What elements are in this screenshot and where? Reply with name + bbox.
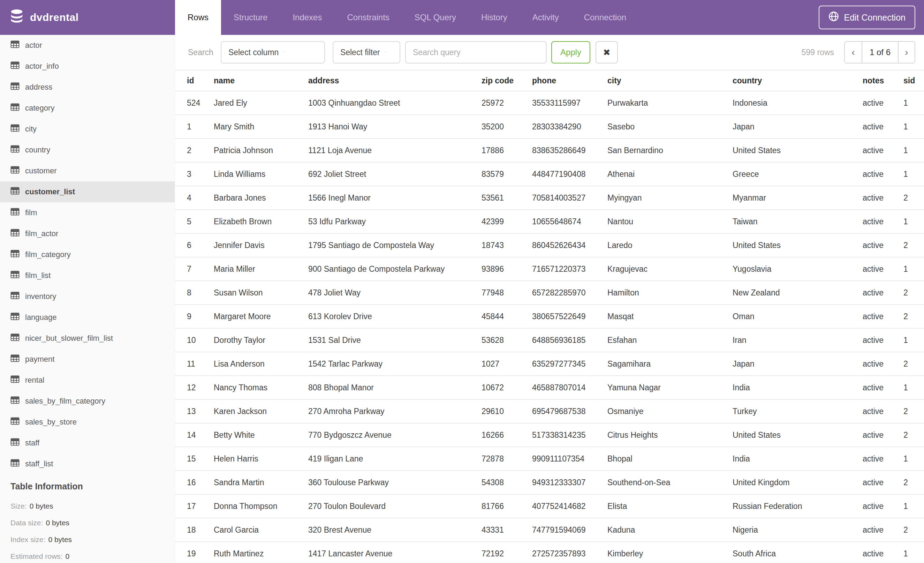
sidebar-table-label: category <box>25 104 54 113</box>
sidebar-table-item[interactable]: film_category <box>0 244 175 265</box>
cell-zip-code: 35200 <box>482 115 532 138</box>
table-row[interactable]: 9 Margaret Moore 613 Korolev Drive 45844… <box>175 305 924 328</box>
cell-phone: 272572357893 <box>532 542 608 563</box>
table-row[interactable]: 16 Sandra Martin 360 Toulouse Parkway 54… <box>175 471 924 494</box>
sidebar-table-item[interactable]: sales_by_store <box>0 411 175 432</box>
sidebar-table-item[interactable]: film <box>0 202 175 223</box>
cell-country: United Kingdom <box>733 471 862 494</box>
column-header[interactable]: notes <box>862 70 903 91</box>
previous-page-button[interactable]: ‹ <box>845 42 862 63</box>
sidebar-table-item[interactable]: country <box>0 140 175 161</box>
sidebar-table-item[interactable]: language <box>0 307 175 328</box>
table-row[interactable]: 10 Dorothy Taylor 1531 Sal Drive 53628 6… <box>175 328 924 352</box>
tab[interactable]: Rows <box>175 0 221 35</box>
cell-id: 12 <box>175 376 214 399</box>
sidebar-table-item[interactable]: payment <box>0 349 175 370</box>
column-header[interactable]: phone <box>532 70 608 91</box>
search-query-input[interactable] <box>405 41 547 63</box>
column-header-label: notes <box>862 76 884 85</box>
table-row[interactable]: 13 Karen Jackson 270 Amroha Parkway 2961… <box>175 399 924 423</box>
tab-label: History <box>481 12 507 22</box>
apply-button[interactable]: Apply <box>551 41 590 63</box>
sidebar-table-item[interactable]: staff_list <box>0 453 175 474</box>
table-row[interactable]: 8 Susan Wilson 478 Joliet Way 77948 6572… <box>175 281 924 305</box>
sidebar-table-item[interactable]: nicer_but_slower_film_list <box>0 328 175 349</box>
cell-notes: active <box>862 399 903 423</box>
cell-zip-code: 45844 <box>482 305 532 328</box>
sidebar-table-item[interactable]: customer_list <box>0 182 175 202</box>
table-icon <box>10 187 25 197</box>
edit-connection-button[interactable]: Edit Connection <box>819 6 915 29</box>
sidebar-table-item[interactable]: customer <box>0 161 175 182</box>
sidebar-table-item[interactable]: inventory <box>0 286 175 307</box>
table-row[interactable]: 524 Jared Ely 1003 Qinhuangdao Street 25… <box>175 91 924 115</box>
table-information-title: Table Information <box>10 481 175 491</box>
cell-id: 17 <box>175 494 214 518</box>
info-label: Data size: <box>10 519 43 527</box>
sidebar-table-item[interactable]: staff <box>0 432 175 453</box>
cell-address: 1542 Tarlac Parkway <box>308 352 482 376</box>
sidebar-table-item[interactable]: actor <box>0 35 175 56</box>
column-header[interactable]: name <box>214 70 308 91</box>
column-select[interactable]: Select column <box>221 41 325 63</box>
table-row[interactable]: 5 Elizabeth Brown 53 Idfu Parkway 42399 … <box>175 210 924 233</box>
table-icon <box>10 333 25 343</box>
column-header[interactable]: sid <box>903 70 924 91</box>
table-row[interactable]: 3 Linda Williams 692 Joliet Street 83579… <box>175 162 924 186</box>
sidebar-table-label: city <box>25 125 37 134</box>
chevron-right-icon: › <box>905 47 908 57</box>
table-row[interactable]: 2 Patricia Johnson 1121 Loja Avenue 1788… <box>175 138 924 162</box>
table-row[interactable]: 12 Nancy Thomas 808 Bhopal Manor 10672 4… <box>175 376 924 399</box>
column-header[interactable]: address <box>308 70 482 91</box>
table-row[interactable]: 17 Donna Thompson 270 Toulon Boulevard 8… <box>175 494 924 518</box>
table-row[interactable]: 18 Carol Garcia 320 Brest Avenue 43331 7… <box>175 518 924 542</box>
sidebar-table-item[interactable]: city <box>0 119 175 140</box>
sidebar-table-item[interactable]: film_list <box>0 265 175 286</box>
tab[interactable]: Indexes <box>280 0 334 35</box>
column-header[interactable]: city <box>608 70 733 91</box>
table-row[interactable]: 14 Betty White 770 Bydgoszcz Avenue 1626… <box>175 423 924 447</box>
sidebar-table-item[interactable]: film_actor <box>0 223 175 244</box>
tab[interactable]: Connection <box>572 0 639 35</box>
tab[interactable]: Activity <box>520 0 572 35</box>
table-row[interactable]: 11 Lisa Anderson 1542 Tarlac Parkway 102… <box>175 352 924 376</box>
table-row[interactable]: 1 Mary Smith 1913 Hanoi Way 35200 283033… <box>175 115 924 138</box>
cell-notes: active <box>862 91 903 115</box>
cell-sid: 2 <box>903 399 924 423</box>
column-header-label: city <box>608 76 621 85</box>
column-header[interactable]: zip code <box>482 70 532 91</box>
cell-notes: active <box>862 305 903 328</box>
table-icon <box>10 354 25 364</box>
cell-city: Yamuna Nagar <box>608 376 733 399</box>
sidebar-table-item[interactable]: sales_by_film_category <box>0 391 175 411</box>
cell-name: Lisa Anderson <box>214 352 308 376</box>
table-row[interactable]: 7 Maria Miller 900 Santiago de Compostel… <box>175 257 924 281</box>
tab[interactable]: SQL Query <box>402 0 469 35</box>
info-label: Estimated rows: <box>10 552 62 560</box>
table-row[interactable]: 6 Jennifer Davis 1795 Santiago de Compos… <box>175 233 924 257</box>
sidebar-table-item[interactable]: actor_info <box>0 56 175 77</box>
table-row[interactable]: 19 Ruth Martinez 1417 Lancaster Avenue 7… <box>175 542 924 563</box>
sidebar-table-item[interactable]: category <box>0 98 175 119</box>
table-row[interactable]: 4 Barbara Jones 1566 Inegl Manor 53561 7… <box>175 186 924 210</box>
cell-country: United States <box>733 423 862 447</box>
select-chevrons-icon <box>380 47 386 57</box>
tab[interactable]: Structure <box>221 0 280 35</box>
sidebar-table-item[interactable]: address <box>0 77 175 98</box>
next-page-button[interactable]: › <box>898 42 915 63</box>
clear-search-button[interactable]: ✖ <box>596 41 618 63</box>
tab-label: Rows <box>188 12 208 22</box>
table-information-row: Index size:0 bytes <box>10 531 175 548</box>
column-header[interactable]: id <box>175 70 214 91</box>
search-label: Search <box>188 48 213 57</box>
cell-notes: active <box>862 328 903 352</box>
sidebar-table-item[interactable]: rental <box>0 370 175 391</box>
cell-id: 7 <box>175 257 214 281</box>
column-header[interactable]: country <box>733 70 862 91</box>
content-area: actor actor_info <box>0 35 924 563</box>
tab[interactable]: Constraints <box>334 0 402 35</box>
tab[interactable]: History <box>469 0 520 35</box>
cell-country: Myanmar <box>733 186 862 210</box>
filter-select[interactable]: Select filter <box>333 41 400 63</box>
table-row[interactable]: 15 Helen Harris 419 Iligan Lane 72878 99… <box>175 447 924 471</box>
